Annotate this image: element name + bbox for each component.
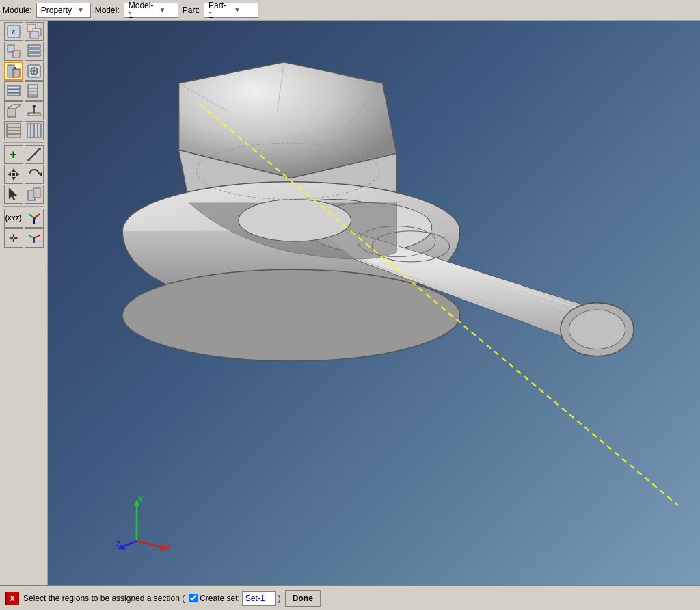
model-label: Model: — [95, 5, 120, 15]
bolt-3d-model — [82, 41, 697, 533]
svg-rect-4 — [30, 31, 38, 38]
tool-select[interactable] — [4, 185, 23, 204]
model-value: Model-1 — [126, 1, 157, 20]
part-label: Part: — [183, 5, 200, 15]
tool-normal[interactable] — [25, 101, 44, 120]
axis-indicator: Y X Z — [116, 496, 171, 551]
create-set-label: Create set: — [200, 594, 240, 603]
svg-rect-11 — [13, 69, 20, 77]
svg-rect-29 — [28, 113, 40, 116]
svg-line-26 — [8, 105, 13, 109]
status-bar: X Select the regions to be assigned a se… — [0, 585, 700, 610]
svg-marker-31 — [31, 105, 37, 107]
module-value: Property — [38, 5, 75, 15]
done-button[interactable]: Done — [285, 590, 321, 607]
module-arrow: ▼ — [75, 6, 89, 14]
tool-orientation[interactable] — [4, 101, 23, 120]
viewport[interactable]: Y X Z — [48, 21, 700, 585]
tool-rotate-view[interactable] — [25, 165, 44, 184]
toolbar-row-5 — [1, 101, 46, 120]
tool-section-manager[interactable] — [25, 22, 44, 41]
tool-assign-section[interactable]: AssignSection — [4, 62, 23, 81]
tool-datum-csys[interactable] — [25, 209, 44, 228]
cancel-button[interactable]: X — [5, 592, 19, 605]
create-set-checkbox[interactable] — [189, 594, 198, 602]
svg-line-84 — [137, 541, 164, 548]
svg-point-65 — [122, 269, 460, 361]
toolbar-row-6 — [1, 121, 46, 140]
cancel-icon: X — [10, 594, 14, 602]
toolbar-row-9 — [1, 185, 46, 204]
tool-plus-axis[interactable]: ✛ — [4, 228, 23, 248]
svg-rect-47 — [12, 173, 15, 176]
toolbar-row-7: + — [1, 145, 46, 164]
tool-rebar2[interactable] — [25, 121, 44, 140]
part-dropdown[interactable]: Part-1 ▼ — [204, 3, 258, 18]
svg-point-41 — [27, 159, 30, 161]
svg-line-57 — [29, 235, 34, 238]
svg-point-55 — [33, 217, 36, 220]
toolbar-row-8 — [1, 165, 46, 184]
svg-marker-49 — [9, 188, 17, 200]
svg-rect-51 — [33, 188, 40, 198]
tool-add[interactable]: + — [4, 145, 23, 164]
tool-xyz[interactable]: (XYZ) — [4, 209, 23, 228]
tool-assign-material[interactable] — [4, 42, 23, 61]
svg-marker-44 — [12, 177, 16, 181]
svg-marker-46 — [16, 172, 20, 176]
svg-rect-6 — [13, 51, 20, 57]
main-area: ε AssignSection — [0, 21, 700, 585]
create-set-area: Create set: ) — [189, 591, 281, 606]
svg-marker-43 — [12, 168, 16, 172]
part-value: Part-1 — [206, 1, 231, 20]
svg-line-56 — [34, 235, 40, 238]
part-arrow: ▼ — [231, 6, 256, 14]
tool-section-list[interactable] — [25, 42, 44, 61]
sidebar-divider-2 — [3, 206, 44, 207]
svg-rect-19 — [8, 90, 20, 92]
svg-line-27 — [16, 105, 21, 109]
done-label: Done — [293, 594, 313, 603]
tool-rebar[interactable] — [4, 121, 23, 140]
svg-rect-7 — [28, 45, 40, 48]
svg-text:ε: ε — [12, 28, 15, 36]
tool-material-create[interactable]: ε — [4, 22, 23, 41]
tool-ply-stack[interactable] — [25, 81, 44, 101]
model-arrow: ▼ — [156, 6, 176, 14]
tool-move[interactable] — [4, 165, 23, 184]
tool-part-display[interactable] — [25, 185, 44, 204]
top-toolbar: Module: Property ▼ Model: Model-1 ▼ Part… — [0, 0, 700, 21]
tool-composite[interactable] — [4, 81, 23, 101]
toolbar-row-1: ε — [1, 22, 46, 41]
svg-point-76 — [239, 199, 351, 241]
sidebar-divider-1 — [3, 142, 44, 143]
model-dropdown[interactable]: Model-1 ▼ — [124, 3, 178, 18]
set-name-input[interactable] — [242, 591, 276, 606]
tool-datum-plane[interactable] — [25, 228, 44, 248]
tool-section-view[interactable] — [25, 62, 44, 81]
module-dropdown[interactable]: Property ▼ — [36, 3, 91, 18]
y-axis-label: Y — [138, 496, 144, 503]
toolbar-row-3: AssignSection — [1, 62, 46, 81]
svg-point-42 — [38, 148, 41, 150]
svg-rect-8 — [28, 49, 40, 52]
svg-rect-20 — [8, 86, 20, 89]
svg-point-73 — [569, 310, 625, 349]
toolbar-row-4 — [1, 81, 46, 101]
module-label: Module: — [3, 5, 32, 15]
close-paren: ) — [278, 594, 281, 603]
tool-line[interactable] — [25, 145, 44, 164]
svg-marker-45 — [8, 172, 11, 176]
x-axis-label: X — [165, 543, 171, 551]
toolbar-row-10: (XYZ) — [1, 209, 46, 228]
left-sidebar: ε AssignSection — [0, 21, 48, 585]
svg-rect-18 — [8, 93, 20, 96]
toolbar-row-11: ✛ — [1, 228, 46, 248]
svg-rect-25 — [8, 109, 16, 117]
z-axis-label: Z — [116, 540, 121, 548]
status-message: Select the regions to be assigned a sect… — [23, 594, 185, 603]
svg-line-40 — [29, 149, 40, 160]
toolbar-row-2 — [1, 42, 46, 61]
svg-rect-9 — [28, 53, 40, 56]
